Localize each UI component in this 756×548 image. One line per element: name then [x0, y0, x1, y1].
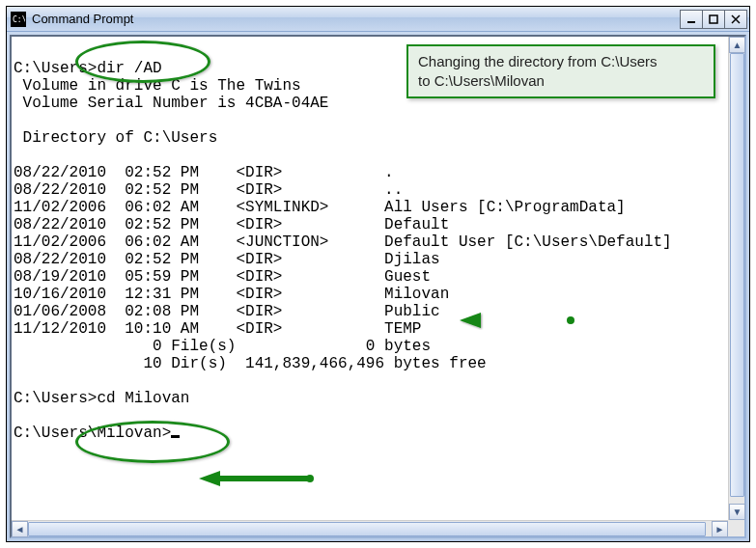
- horizontal-scrollbar[interactable]: ◄ ►: [12, 520, 728, 536]
- svg-rect-3: [710, 15, 717, 23]
- console-output[interactable]: C:\Users>dir /AD Volume in drive C is Th…: [12, 37, 744, 536]
- callout-line: to C:\Users\Milovan: [418, 71, 704, 91]
- minimize-button[interactable]: [680, 10, 703, 29]
- callout-line: Changing the directory from C:\Users: [418, 52, 704, 71]
- scroll-down-button[interactable]: ▼: [729, 504, 745, 520]
- vertical-scroll-thumb[interactable]: [730, 53, 744, 497]
- scroll-right-button[interactable]: ►: [712, 521, 728, 537]
- scroll-corner: [728, 520, 744, 536]
- horizontal-scroll-thumb[interactable]: [28, 522, 706, 536]
- svg-rect-2: [687, 21, 695, 23]
- vertical-scrollbar[interactable]: ▲ ▼: [728, 37, 744, 520]
- maximize-button[interactable]: [702, 10, 725, 29]
- titlebar[interactable]: C:\ Command Prompt: [7, 7, 749, 32]
- window-title: Command Prompt: [32, 12, 681, 26]
- cursor: [171, 435, 180, 438]
- scroll-left-button[interactable]: ◄: [12, 521, 28, 537]
- window-controls: [681, 10, 747, 29]
- svg-text:C:\: C:\: [13, 15, 25, 24]
- command-prompt-window: C:\ Command Prompt C:\Users>dir /AD Volu…: [6, 6, 750, 542]
- app-icon: C:\: [11, 12, 26, 27]
- annotation-callout: Changing the directory from C:\Users to …: [406, 44, 715, 98]
- console-viewport: C:\Users>dir /AD Volume in drive C is Th…: [10, 35, 746, 538]
- scroll-up-button[interactable]: ▲: [729, 37, 745, 53]
- close-button[interactable]: [724, 10, 747, 29]
